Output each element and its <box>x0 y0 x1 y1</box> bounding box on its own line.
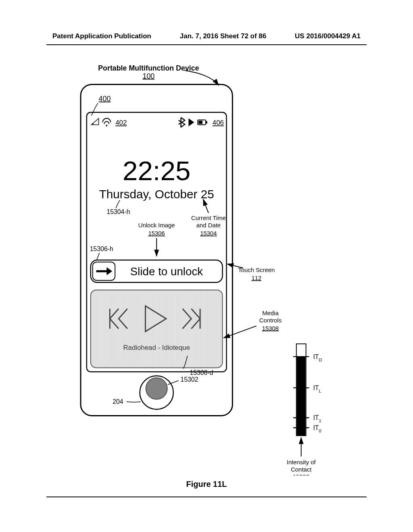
time-date-label1: Current Time <box>191 215 226 221</box>
media-d-ref: 15308-d <box>190 369 213 376</box>
page-header: Patent Application Publication Jan. 7, 2… <box>52 32 361 40</box>
header-rule <box>46 44 367 45</box>
intensity-ref: 15302 <box>293 474 309 476</box>
device-label: Portable Multifunction Device <box>98 64 199 72</box>
svg-point-5 <box>106 125 107 126</box>
svg-rect-4 <box>92 123 94 124</box>
arrow-right-head <box>106 267 112 275</box>
time-date-ref: 15304 <box>200 230 217 237</box>
lead-touchscreen <box>227 264 244 268</box>
time-date-label2: and Date <box>196 222 221 229</box>
lead-device <box>185 71 219 85</box>
touch-screen-ref: 112 <box>251 275 261 281</box>
device-ref: 100 <box>143 72 155 80</box>
play-icon <box>188 118 194 127</box>
time-text: 22:25 <box>123 156 191 186</box>
media-controls-ref: 15308 <box>262 325 279 332</box>
media-controls-panel <box>91 290 223 368</box>
header-right: US 2016/0004429 A1 <box>295 32 361 40</box>
svg-rect-12 <box>297 357 306 435</box>
header-left: Patent Application Publication <box>52 32 151 40</box>
footer-rule <box>46 497 367 497</box>
intensity-gauge: ITD ITL IT1 IT0 Intensity of Contact 153… <box>287 344 322 476</box>
battery-icon <box>198 120 207 125</box>
screen-ref: 400 <box>99 95 111 103</box>
svg-rect-7 <box>206 121 207 124</box>
wifi-icon <box>103 118 111 127</box>
lead-timedate <box>203 200 209 213</box>
lead-15306h <box>97 253 100 260</box>
itl-label: ITL <box>313 384 321 393</box>
svg-rect-8 <box>198 121 202 124</box>
it0-label: IT0 <box>313 424 321 433</box>
unlock-image-label: Unlock Image <box>138 222 175 229</box>
intensity-label2: Contact <box>291 466 312 473</box>
lead-15304h <box>116 200 120 208</box>
diagram-svg: Portable Multifunction Device 100 400 40… <box>46 60 367 476</box>
bluetooth-icon <box>179 118 185 127</box>
track-label: Radiohead - Idioteque <box>123 344 190 351</box>
figure-11l: Portable Multifunction Device 100 400 40… <box>46 60 367 492</box>
itd-label: ITD <box>313 353 322 362</box>
touch-screen-label: Touch Screen <box>238 267 275 273</box>
date-text: Thursday, October 25 <box>99 187 214 201</box>
it1-label: IT1 <box>313 414 321 423</box>
patent-page: Patent Application Publication Jan. 7, 2… <box>0 0 413 532</box>
unlock-image-ref: 15306 <box>148 230 165 237</box>
contact-ref: 15302 <box>181 376 198 383</box>
media-controls-label2: Controls <box>259 317 282 324</box>
intensity-label1: Intensity of <box>287 459 316 466</box>
figure-caption: Figure 11L <box>0 480 413 489</box>
media-controls-label: Media <box>262 310 279 316</box>
home-ref: 204 <box>113 398 123 405</box>
signal-icon <box>92 118 99 125</box>
lead-media-controls <box>224 326 257 338</box>
lead-204 <box>127 402 141 402</box>
unlock-handle-ref: 15306-h <box>90 245 113 252</box>
slide-text: Slide to unlock <box>130 265 203 278</box>
status-left-ref: 402 <box>115 119 127 127</box>
contact-indicator <box>146 378 167 399</box>
header-center: Jan. 7, 2016 Sheet 72 of 86 <box>180 32 267 40</box>
lead-400 <box>92 103 98 116</box>
status-right-ref: 406 <box>213 119 224 127</box>
date-handle-ref: 15304-h <box>106 208 130 215</box>
